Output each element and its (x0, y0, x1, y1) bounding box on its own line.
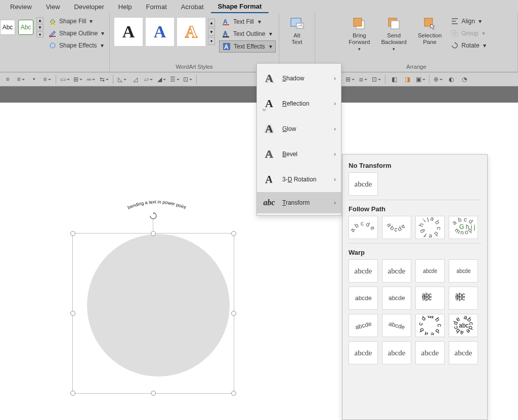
text-outline-button[interactable]: A Text Outline▾ (219, 28, 276, 39)
text-effects-icon: A (223, 42, 231, 51)
svg-text:abc: abc (422, 295, 431, 302)
text-fill-button[interactable]: A Text Fill▾ (219, 16, 276, 27)
wordart-style-3[interactable]: A (177, 17, 206, 46)
selection-box[interactable] (72, 233, 234, 394)
handle-tr[interactable] (231, 231, 236, 236)
warp-5[interactable]: abcde (349, 287, 378, 310)
curved-text-content: bending a text in power point (127, 199, 187, 210)
warp-1[interactable]: abcde (349, 259, 378, 283)
qat-btn-21[interactable]: ▣ (415, 74, 426, 85)
tab-review[interactable]: Review (3, 1, 39, 13)
follow-path-arch-up[interactable]: a b c d e f g (349, 216, 378, 239)
tab-view[interactable]: View (39, 1, 67, 13)
tab-format[interactable]: Format (139, 1, 174, 13)
handle-bm[interactable] (151, 391, 156, 396)
handle-tm[interactable] (151, 231, 156, 236)
qat-btn-4[interactable]: ≡ (41, 74, 53, 85)
qat-btn-22[interactable]: ⊕ (433, 74, 444, 85)
qat-btn-17[interactable]: ⧈ (358, 74, 369, 85)
warp-15[interactable]: abcde (415, 341, 445, 364)
menu-3d-rotation[interactable]: A 3-D Rotation› (257, 167, 341, 192)
qat-btn-23[interactable]: ◐ (446, 74, 457, 85)
wordart-scroll-down-icon[interactable]: ▼ (208, 28, 215, 36)
qat-btn-14[interactable]: ⊡ (182, 74, 193, 85)
qat-btn-10[interactable]: ◿ (130, 74, 141, 85)
menu-glow[interactable]: A Glow› (257, 116, 341, 142)
menu-bevel[interactable]: A Bevel› (257, 142, 341, 167)
shape-style-swatch-2[interactable]: Abc (18, 20, 33, 35)
shape-effects-button[interactable]: Shape Effects▾ (47, 40, 106, 51)
follow-path-circle[interactable]: a b c d e f g h i j k l m n (415, 216, 445, 239)
tab-developer[interactable]: Developer (67, 1, 111, 13)
group-button[interactable]: Group▾ (449, 28, 488, 38)
qat-btn-24[interactable]: ◔ (459, 74, 470, 85)
warp-12[interactable]: abcde abcdeabc (449, 314, 478, 337)
align-button[interactable]: Align▾ (449, 16, 488, 26)
menu-shadow[interactable]: A Shadow› (257, 66, 341, 91)
tab-shape-format[interactable]: Shape Format (211, 1, 269, 13)
qat-btn-5[interactable]: ▭ (59, 74, 70, 85)
shape-effects-label: Shape Effects (59, 42, 97, 49)
gallery-more-icon[interactable]: ▾ (36, 31, 44, 37)
qat-btn-18[interactable]: ⊡ (371, 74, 382, 85)
shape-fill-button[interactable]: Shape Fill▾ (47, 16, 106, 26)
gallery-scroll-down-icon[interactable]: ▼ (36, 24, 44, 30)
qat-btn-7[interactable]: ═ (85, 74, 97, 85)
qat-btn-12[interactable]: ◢ (156, 74, 167, 85)
warp-4[interactable]: abcde (449, 259, 478, 283)
warp-7[interactable]: abcabc (415, 287, 445, 310)
warp-10[interactable]: abcde (382, 314, 411, 337)
warp-9[interactable]: abcde (349, 314, 378, 337)
warp-13[interactable]: abcde (349, 341, 378, 364)
handle-bl[interactable] (70, 391, 75, 396)
warp-16[interactable]: abcde (449, 341, 478, 364)
gallery-scroll-up-icon[interactable]: ▲ (36, 17, 44, 23)
warp-11[interactable]: a b c d e a b c d e (415, 314, 445, 337)
svg-rect-4 (223, 24, 229, 25)
wordart-scroll-up-icon[interactable]: ▲ (208, 19, 215, 27)
wordart-style-2[interactable]: A (145, 17, 175, 46)
follow-path-button[interactable]: a b c d e fG h i jm n o p q (449, 216, 478, 239)
qat-btn-20[interactable]: ◨ (402, 74, 413, 85)
svg-rect-12 (354, 18, 362, 26)
qat-btn-9[interactable]: ◺ (116, 74, 127, 85)
alt-text-button[interactable]: Alt Text (282, 14, 312, 48)
handle-mr[interactable] (231, 311, 236, 316)
no-transform-option[interactable]: abcde (349, 172, 378, 196)
shape-outline-button[interactable]: Shape Outline▾ (47, 28, 106, 38)
qat-btn-6[interactable]: ⊞ (72, 74, 83, 85)
send-backward-button[interactable]: Send Backward ▾ (377, 14, 411, 54)
menu-transform[interactable]: abc Transform› (257, 192, 341, 213)
rotate-handle-icon[interactable] (150, 212, 157, 221)
qat-btn-16[interactable]: ⊞ (344, 74, 356, 85)
qat-btn-1[interactable]: ≡ (2, 74, 13, 85)
warp-6[interactable]: abcde (382, 287, 411, 310)
no-transform-heading: No Transform (349, 162, 481, 169)
warp-2[interactable]: abcde (382, 259, 411, 283)
text-effects-button[interactable]: A Text Effects▾ (219, 40, 276, 53)
qat-btn-3[interactable]: • (28, 74, 39, 85)
qat-btn-13[interactable]: ☰ (169, 74, 180, 85)
handle-tl[interactable] (70, 231, 75, 236)
menu-reflection[interactable]: AA Reflection› (257, 91, 341, 116)
svg-text:A: A (223, 30, 228, 37)
handle-ml[interactable] (70, 311, 75, 316)
tab-acrobat[interactable]: Acrobat (174, 1, 211, 13)
warp-8[interactable]: abcabc (449, 287, 478, 310)
warp-3[interactable]: abcde (415, 259, 445, 283)
menu-rotation-label: Rotation (294, 176, 317, 183)
rotate-button[interactable]: Rotate▾ (449, 40, 488, 51)
wordart-style-1[interactable]: A (114, 17, 143, 46)
wordart-more-icon[interactable]: ▾ (208, 37, 215, 45)
qat-btn-19[interactable]: ◧ (388, 74, 400, 85)
follow-path-arch-down[interactable]: a b c d e f g (382, 216, 411, 239)
selection-pane-button[interactable]: Selection Pane (414, 14, 446, 48)
tab-help[interactable]: Help (111, 1, 139, 13)
bring-forward-button[interactable]: Bring Forward ▾ (344, 14, 374, 54)
qat-btn-11[interactable]: ▱ (143, 74, 154, 85)
handle-br[interactable] (231, 391, 236, 396)
shape-style-swatch-1[interactable]: Abc (0, 20, 15, 35)
warp-14[interactable]: abcde (382, 341, 411, 364)
qat-btn-2[interactable]: ≡ (15, 74, 26, 85)
qat-btn-8[interactable]: ⇆ (99, 74, 110, 85)
